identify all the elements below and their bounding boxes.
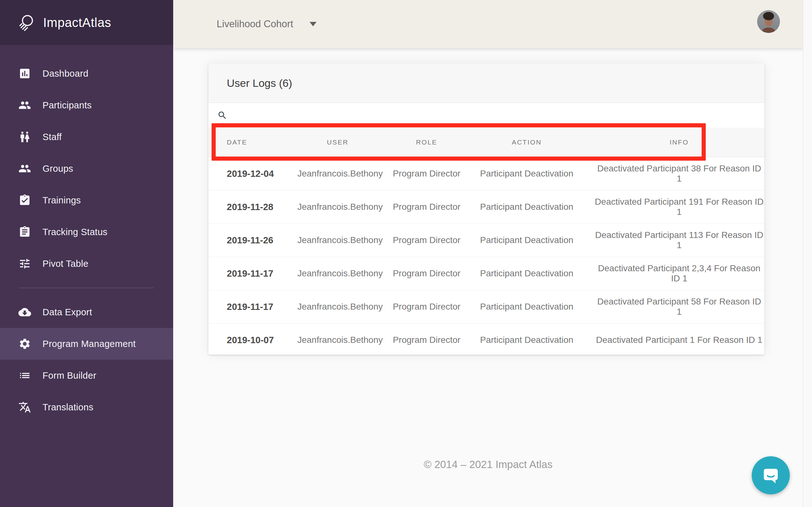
sidebar-item-trainings[interactable]: Trainings — [0, 184, 173, 216]
table-row: 2019-11-17Jeanfrancois.BethonyProgram Di… — [208, 290, 764, 324]
impactatlas-logo-icon — [17, 13, 36, 32]
topbar: Livelihood Cohort — [173, 0, 803, 48]
people-icon — [18, 162, 31, 175]
cell-info: Deactivated Participant 58 For Reason ID… — [578, 297, 764, 317]
app-root: ImpactAtlas DashboardParticipantsStaffGr… — [0, 0, 812, 507]
sidebar-item-groups[interactable]: Groups — [0, 153, 173, 184]
table-row: 2019-11-28Jeanfrancois.BethonyProgram Di… — [208, 190, 764, 224]
sliders-icon — [18, 257, 31, 270]
table-row: 2019-11-26Jeanfrancois.BethonyProgram Di… — [208, 224, 764, 257]
people-icon — [18, 99, 31, 112]
sidebar-item-label: Trainings — [43, 195, 81, 206]
sidebar-item-translations[interactable]: Translations — [0, 391, 173, 423]
cell-date: 2019-11-28 — [208, 202, 297, 212]
cohort-selector[interactable]: Livelihood Cohort — [217, 18, 316, 30]
sidebar: ImpactAtlas DashboardParticipantsStaffGr… — [0, 0, 173, 507]
sidebar-item-label: Staff — [43, 132, 62, 142]
cell-action: Participant Deactivation — [475, 335, 578, 345]
clipboard-check-icon — [18, 194, 31, 207]
sidebar-item-form-builder[interactable]: Form Builder — [0, 360, 173, 391]
cell-date: 2019-11-26 — [208, 235, 297, 245]
cell-user: Jeanfrancois.Bethony — [297, 235, 378, 245]
column-header-role: ROLE — [378, 138, 475, 146]
cell-date: 2019-11-17 — [208, 268, 297, 279]
male-female-icon — [18, 130, 31, 143]
cell-action: Participant Deactivation — [475, 169, 578, 179]
card-title: User Logs (6) — [227, 77, 292, 89]
cell-role: Program Director — [378, 202, 475, 212]
chat-fab-button[interactable] — [752, 456, 790, 494]
sidebar-divider — [19, 288, 154, 288]
cell-role: Program Director — [378, 235, 475, 245]
table-row: 2019-11-17Jeanfrancois.BethonyProgram Di… — [208, 257, 764, 290]
sidebar-item-label: Dashboard — [43, 68, 89, 79]
cell-info: Deactivated Participant 191 For Reason I… — [578, 197, 764, 217]
cell-action: Participant Deactivation — [475, 268, 578, 279]
bar-chart-icon — [18, 67, 31, 80]
cell-user: Jeanfrancois.Bethony — [297, 202, 378, 212]
sidebar-item-label: Translations — [43, 402, 93, 412]
cell-user: Jeanfrancois.Bethony — [297, 302, 378, 312]
column-header-action: ACTION — [475, 138, 578, 146]
sidebar-item-label: Groups — [43, 164, 73, 174]
sidebar-item-staff[interactable]: Staff — [0, 121, 173, 153]
cell-role: Program Director — [378, 302, 475, 312]
cell-role: Program Director — [378, 268, 475, 279]
cohort-selector-label: Livelihood Cohort — [217, 18, 293, 30]
table-row: 2019-12-04Jeanfrancois.BethonyProgram Di… — [208, 157, 764, 190]
user-logs-card: User Logs (6) DATEUSERROLEACTIONINFO2019… — [208, 63, 764, 354]
table-header-row: DATEUSERROLEACTIONINFO — [208, 128, 764, 157]
cell-info: Deactivated Participant 2,3,4 For Reason… — [578, 263, 764, 284]
sidebar-nav: DashboardParticipantsStaffGroupsTraining… — [0, 45, 173, 423]
cell-date: 2019-10-07 — [208, 335, 297, 345]
sidebar-item-tracking-status[interactable]: Tracking Status — [0, 216, 173, 248]
search-icon — [217, 110, 227, 120]
sidebar-item-label: Participants — [43, 100, 92, 111]
sidebar-item-participants[interactable]: Participants — [0, 89, 173, 121]
chat-bubble-icon — [760, 465, 781, 486]
column-header-date: DATE — [208, 138, 297, 146]
cell-action: Participant Deactivation — [475, 235, 578, 245]
cell-date: 2019-11-17 — [208, 302, 297, 312]
sidebar-item-label: Form Builder — [43, 371, 96, 381]
translate-icon — [18, 401, 31, 413]
chevron-down-icon — [310, 22, 316, 26]
sidebar-item-label: Pivot Table — [43, 259, 89, 269]
cloud-download-icon — [18, 306, 31, 319]
sidebar-item-program-management[interactable]: Program Management — [0, 328, 173, 360]
sidebar-item-dashboard[interactable]: Dashboard — [0, 58, 173, 89]
clipboard-list-icon — [18, 226, 31, 238]
copyright-text: © 2014 – 2021 Impact Atlas — [173, 458, 803, 470]
column-header-info: INFO — [578, 138, 764, 146]
cell-action: Participant Deactivation — [475, 202, 578, 212]
table-row: 2019-10-07Jeanfrancois.BethonyProgram Di… — [208, 324, 764, 356]
cell-user: Jeanfrancois.Bethony — [297, 169, 378, 179]
scrollbar[interactable] — [803, 0, 812, 507]
sidebar-item-pivot-table[interactable]: Pivot Table — [0, 248, 173, 279]
gear-icon — [18, 337, 31, 350]
cell-info: Deactivated Participant 1 For Reason ID … — [578, 335, 764, 345]
cell-user: Jeanfrancois.Bethony — [297, 335, 378, 345]
cell-date: 2019-12-04 — [208, 169, 297, 179]
cell-role: Program Director — [378, 169, 475, 179]
cell-info: Deactivated Participant 113 For Reason I… — [578, 230, 764, 250]
main-content: User Logs (6) DATEUSERROLEACTIONINFO2019… — [173, 48, 803, 507]
cell-info: Deactivated Participant 38 For Reason ID… — [578, 164, 764, 184]
search-input[interactable] — [233, 108, 456, 123]
cell-action: Participant Deactivation — [475, 302, 578, 312]
app-title: ImpactAtlas — [43, 15, 111, 30]
sidebar-item-data-export[interactable]: Data Export — [0, 296, 173, 328]
card-header: User Logs (6) — [208, 63, 764, 103]
column-header-user: USER — [297, 138, 378, 146]
sidebar-item-label: Program Management — [43, 339, 136, 349]
user-avatar[interactable] — [757, 10, 780, 33]
user-logs-table: DATEUSERROLEACTIONINFO2019-12-04Jeanfran… — [208, 128, 764, 356]
sidebar-item-label: Tracking Status — [43, 227, 107, 237]
list-icon — [18, 369, 31, 382]
cell-user: Jeanfrancois.Bethony — [297, 268, 378, 279]
cell-role: Program Director — [378, 335, 475, 345]
sidebar-item-label: Data Export — [43, 307, 92, 318]
search-bar — [208, 103, 764, 128]
brand[interactable]: ImpactAtlas — [0, 0, 173, 45]
